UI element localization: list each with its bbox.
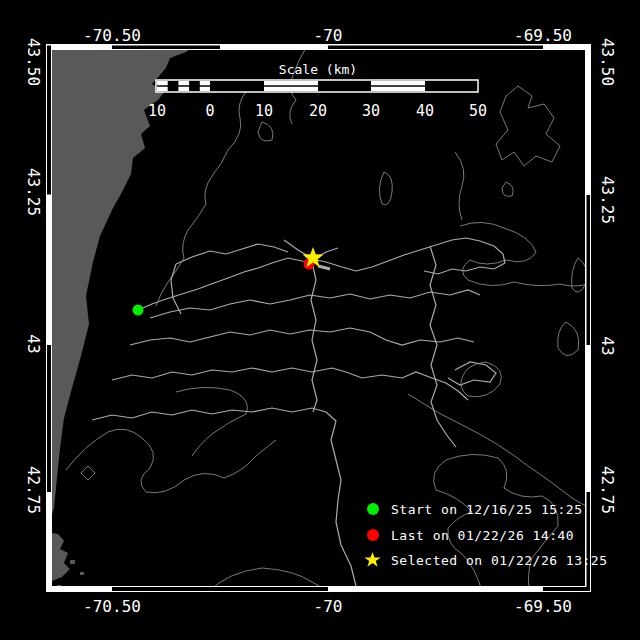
start-position-marker[interactable] (133, 305, 144, 316)
scale-tick-10: 10 (255, 102, 273, 120)
scale-tick-20: 20 (309, 102, 327, 120)
selected-marker-icon (364, 552, 381, 568)
axis-label-top-lon1: -70.50 (83, 26, 141, 45)
legend-item-start: Start on 12/16/25 15:25 (367, 501, 583, 517)
scale-bar (156, 80, 478, 92)
axis-label-right-lat3: 43 (598, 336, 617, 355)
axis-label-right-lat2: 43.25 (598, 176, 617, 224)
last-marker-icon (367, 529, 379, 541)
drifter-track-map-window: -70.50 -70 -69.50 -70.50 -70 -69.50 43.5… (0, 0, 640, 640)
axis-label-bottom-lon2: -70 (314, 597, 343, 616)
legend-item-last: Last on 01/22/26 14:40 (367, 527, 574, 543)
axis-label-right-lat4: 42.75 (598, 466, 617, 514)
scale-tick-m10: 10 (148, 102, 166, 120)
scale-tick-0: 0 (205, 102, 214, 120)
scale-tick-50: 50 (469, 102, 487, 120)
legend-item-label: Last on 01/22/26 14:40 (391, 528, 574, 543)
legend-item-label: Selected on 01/22/26 13:25 (391, 553, 608, 568)
start-marker-icon (367, 503, 379, 515)
axis-label-left-lat2: 43.25 (24, 168, 43, 216)
land-polygon (46, 44, 196, 588)
scale-tick-40: 40 (416, 102, 434, 120)
axis-label-bottom-lon1: -70.50 (83, 597, 141, 616)
axis-label-top-lon2: -70 (314, 26, 343, 45)
scale-tick-30: 30 (362, 102, 380, 120)
map-canvas[interactable] (0, 0, 640, 640)
axis-label-left-lat4: 42.75 (24, 466, 43, 514)
axis-label-bottom-lon3: -69.50 (514, 597, 572, 616)
legend-item-label: Start on 12/16/25 15:25 (391, 502, 583, 517)
legend-item-selected: Selected on 01/22/26 13:25 (364, 552, 608, 568)
axis-label-left-lat1: 43.50 (24, 38, 43, 86)
axis-label-left-lat3: 43 (24, 334, 43, 353)
axis-label-right-lat1: 43.50 (598, 38, 617, 86)
axis-label-top-lon3: -69.50 (514, 26, 572, 45)
scale-bar-title: Scale (km) (279, 62, 357, 77)
